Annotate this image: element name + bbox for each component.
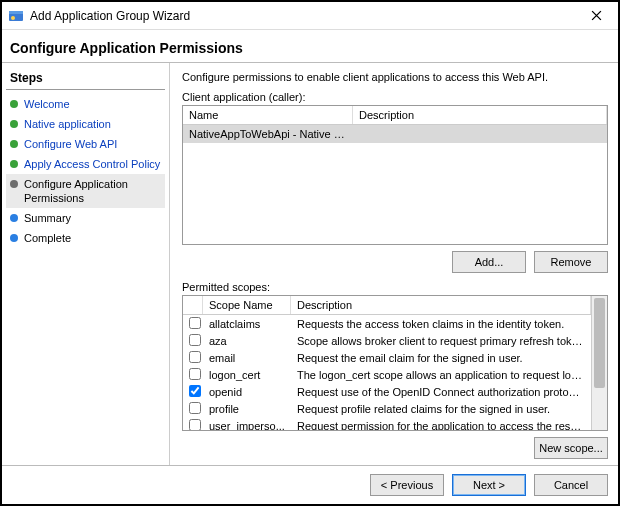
scope-row[interactable]: allatclaimsRequests the access token cla…: [183, 315, 591, 332]
app-icon: [8, 8, 24, 24]
scope-name: aza: [203, 335, 291, 347]
client-row-desc: [353, 125, 607, 143]
sidebar-step[interactable]: Configure Web API: [6, 134, 165, 154]
sidebar-step[interactable]: Complete: [6, 228, 165, 248]
titlebar: Add Application Group Wizard: [2, 2, 618, 30]
step-label: Configure Web API: [24, 137, 117, 151]
steps-sidebar: Steps WelcomeNative applicationConfigure…: [2, 63, 170, 465]
wizard-footer: < Previous Next > Cancel: [2, 465, 618, 504]
scope-description: The logon_cert scope allows an applicati…: [291, 369, 591, 381]
previous-button[interactable]: < Previous: [370, 474, 444, 496]
step-bullet-icon: [10, 160, 18, 168]
sidebar-step[interactable]: Native application: [6, 114, 165, 134]
client-caller-label: Client application (caller):: [182, 91, 608, 103]
svg-rect-1: [9, 11, 23, 14]
main-panel: Configure permissions to enable client a…: [170, 63, 618, 465]
scope-name: allatclaims: [203, 318, 291, 330]
sidebar-step[interactable]: Summary: [6, 208, 165, 228]
scope-name: email: [203, 352, 291, 364]
sidebar-step[interactable]: Apply Access Control Policy: [6, 154, 165, 174]
scope-checkbox[interactable]: [189, 385, 201, 397]
client-col-name[interactable]: Name: [183, 106, 353, 124]
client-col-desc[interactable]: Description: [353, 106, 607, 124]
scopes-col-desc[interactable]: Description: [291, 296, 591, 314]
next-button[interactable]: Next >: [452, 474, 526, 496]
scopes-col-name[interactable]: Scope Name: [203, 296, 291, 314]
sidebar-step[interactable]: Welcome: [6, 94, 165, 114]
new-scope-button[interactable]: New scope...: [534, 437, 608, 459]
step-label: Native application: [24, 117, 111, 131]
svg-point-2: [11, 16, 15, 20]
wizard-window: Add Application Group Wizard Configure A…: [0, 0, 620, 506]
close-button[interactable]: [578, 6, 614, 26]
scope-description: Request the email claim for the signed i…: [291, 352, 591, 364]
scope-description: Request profile related claims for the s…: [291, 403, 591, 415]
scopes-scrollbar[interactable]: [591, 296, 607, 430]
scope-description: Request use of the OpenID Connect author…: [291, 386, 591, 398]
scope-name: logon_cert: [203, 369, 291, 381]
client-table-header: Name Description: [183, 106, 607, 125]
permitted-scopes-label: Permitted scopes:: [182, 281, 608, 293]
scope-description: Request permission for the application t…: [291, 420, 591, 431]
scope-name: profile: [203, 403, 291, 415]
step-bullet-icon: [10, 180, 18, 188]
scope-checkbox[interactable]: [189, 419, 201, 431]
client-application-table[interactable]: Name Description NativeAppToWebApi - Nat…: [182, 105, 608, 245]
scope-checkbox[interactable]: [189, 334, 201, 346]
client-table-row[interactable]: NativeAppToWebApi - Native applicati...: [183, 125, 607, 143]
window-title: Add Application Group Wizard: [30, 9, 190, 23]
cancel-button[interactable]: Cancel: [534, 474, 608, 496]
scope-name: user_imperso...: [203, 420, 291, 431]
scope-row[interactable]: emailRequest the email claim for the sig…: [183, 349, 591, 366]
scope-description: Requests the access token claims in the …: [291, 318, 591, 330]
steps-list: WelcomeNative applicationConfigure Web A…: [6, 94, 165, 248]
scope-row[interactable]: user_imperso...Request permission for th…: [183, 417, 591, 430]
sidebar-step[interactable]: Configure Application Permissions: [6, 174, 165, 208]
step-label: Configure Application Permissions: [24, 177, 161, 205]
scrollbar-thumb[interactable]: [594, 298, 605, 388]
step-label: Summary: [24, 211, 71, 225]
step-label: Complete: [24, 231, 71, 245]
scope-row[interactable]: azaScope allows broker client to request…: [183, 332, 591, 349]
scopes-table-header: Scope Name Description: [183, 296, 591, 315]
instruction-text: Configure permissions to enable client a…: [182, 71, 608, 83]
scope-checkbox[interactable]: [189, 351, 201, 363]
step-bullet-icon: [10, 234, 18, 242]
steps-heading: Steps: [6, 69, 165, 90]
scope-description: Scope allows broker client to request pr…: [291, 335, 591, 347]
scope-row[interactable]: profileRequest profile related claims fo…: [183, 400, 591, 417]
page-header: Configure Application Permissions: [2, 30, 618, 63]
step-bullet-icon: [10, 100, 18, 108]
step-bullet-icon: [10, 214, 18, 222]
scope-checkbox[interactable]: [189, 368, 201, 380]
step-bullet-icon: [10, 120, 18, 128]
permitted-scopes-table[interactable]: Scope Name Description allatclaimsReques…: [182, 295, 608, 431]
step-label: Apply Access Control Policy: [24, 157, 160, 171]
scope-name: openid: [203, 386, 291, 398]
scope-checkbox[interactable]: [189, 402, 201, 414]
page-title: Configure Application Permissions: [10, 40, 243, 56]
scope-checkbox[interactable]: [189, 317, 201, 329]
scope-row[interactable]: logon_certThe logon_cert scope allows an…: [183, 366, 591, 383]
step-bullet-icon: [10, 140, 18, 148]
remove-button[interactable]: Remove: [534, 251, 608, 273]
step-label: Welcome: [24, 97, 70, 111]
add-button[interactable]: Add...: [452, 251, 526, 273]
scope-row[interactable]: openidRequest use of the OpenID Connect …: [183, 383, 591, 400]
client-row-name: NativeAppToWebApi - Native applicati...: [183, 125, 353, 143]
